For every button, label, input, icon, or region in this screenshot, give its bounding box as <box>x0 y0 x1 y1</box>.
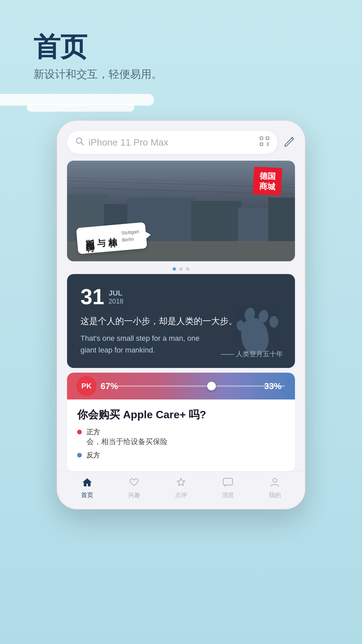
pk-yes-dot <box>77 430 82 434</box>
dot-3 <box>186 267 189 271</box>
page-subtitle: 新设计和交互，轻便易用。 <box>34 67 162 82</box>
home-icon <box>81 477 93 489</box>
carousel-dots <box>57 267 305 271</box>
person-icon <box>269 477 281 489</box>
dot-1 <box>173 267 176 271</box>
tab-message-label: 消息 <box>222 491 234 499</box>
dot-2 <box>179 267 183 271</box>
page-header: 首页 新设计和交互，轻便易用。 <box>34 34 162 82</box>
banner-carousel[interactable]: 德国 商城 柏林与斯图加特 StuttgartBerlin <box>67 161 295 261</box>
scan-icon[interactable] <box>259 136 269 149</box>
svg-point-0 <box>76 138 82 143</box>
tab-bar: 首页 兴趣 点评 <box>57 471 305 502</box>
pk-badge: PK <box>76 376 97 396</box>
pk-yes-content: 会，相当于给设备买保险 <box>86 437 168 447</box>
pk-right-percent: 33% <box>264 381 282 391</box>
pk-bar: PK 67% 33% <box>67 373 295 399</box>
tab-review[interactable]: 点评 <box>175 477 187 499</box>
svg-line-1 <box>81 143 84 145</box>
svg-rect-2 <box>260 137 263 140</box>
svg-point-13 <box>273 478 277 482</box>
banner-image: 德国 商城 柏林与斯图加特 StuttgartBerlin <box>67 161 295 261</box>
page-background: 首页 新设计和交互，轻便易用。 iPhone 11 Pro Max <box>0 0 362 644</box>
quote-card: 31 JUL 2018 这是个人的一小步，却是人类的一大步。 That's on… <box>67 274 295 368</box>
svg-rect-3 <box>266 137 269 140</box>
quote-month: JUL <box>109 289 124 298</box>
tab-profile-label: 我的 <box>269 491 281 499</box>
pk-yes-label: 正方 <box>86 428 168 437</box>
svg-rect-12 <box>223 478 233 485</box>
cloud-decoration <box>0 87 362 114</box>
search-placeholder: iPhone 11 Pro Max <box>88 137 255 148</box>
search-bar[interactable]: iPhone 11 Pro Max <box>67 131 278 154</box>
tab-message[interactable]: 消息 <box>222 477 234 499</box>
tab-home[interactable]: 首页 <box>81 477 93 499</box>
tab-home-label: 首页 <box>81 491 93 499</box>
tab-interest[interactable]: 兴趣 <box>128 477 140 499</box>
pk-option-yes: 正方 会，相当于给设备买保险 <box>67 426 295 449</box>
phone-mockup: iPhone 11 Pro Max <box>57 121 305 509</box>
page-title: 首页 <box>34 34 162 60</box>
tab-review-label: 点评 <box>175 491 187 499</box>
pk-option-no: 反方 <box>67 449 295 462</box>
pk-card: PK 67% 33% 你会购买 Apple Care+ 吗? 正方 会，相当于给… <box>67 373 295 471</box>
search-icon <box>75 137 84 148</box>
star-icon <box>175 477 187 489</box>
quote-year: 2018 <box>109 298 124 305</box>
heart-icon <box>128 477 140 489</box>
chat-icon <box>222 477 234 489</box>
edit-icon[interactable] <box>283 135 295 150</box>
banner-red-label: 德国 商城 <box>253 167 282 196</box>
pk-question: 你会购买 Apple Care+ 吗? <box>67 399 295 426</box>
quote-date-right: JUL 2018 <box>109 289 124 305</box>
tab-interest-label: 兴趣 <box>128 491 140 499</box>
tab-profile[interactable]: 我的 <box>269 477 281 499</box>
quote-source: —— 人类登月五十年 <box>221 350 283 359</box>
svg-rect-4 <box>260 143 263 146</box>
quote-date: 31 <box>80 286 104 308</box>
pk-slider-track[interactable] <box>114 385 285 387</box>
cloud-2 <box>27 103 134 112</box>
pk-no-label: 反方 <box>86 451 100 460</box>
pk-slider-thumb[interactable] <box>207 382 216 390</box>
search-area: iPhone 11 Pro Max <box>57 121 305 161</box>
pk-no-dot <box>77 453 82 458</box>
